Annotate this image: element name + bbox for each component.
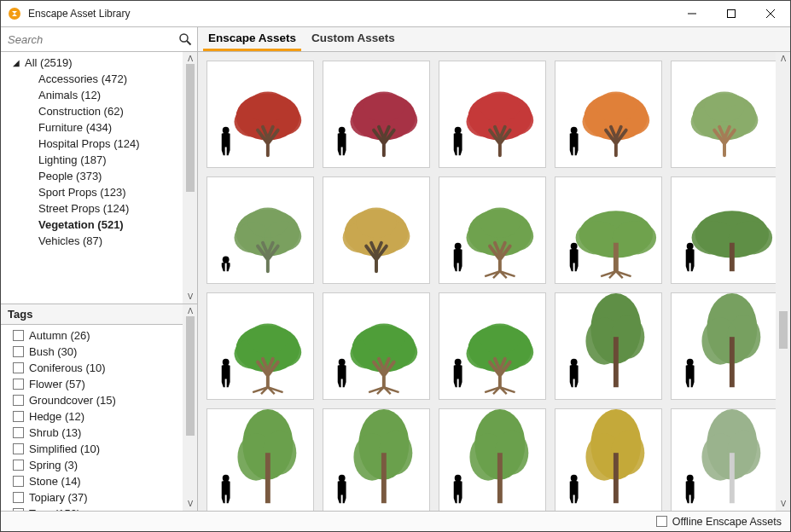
asset-tile[interactable] [555, 408, 662, 511]
category-item[interactable]: Sport Props (123) [4, 184, 197, 200]
svg-rect-53 [730, 243, 735, 271]
category-root[interactable]: ◢ All (2519) [4, 55, 197, 71]
tags-scrollbar[interactable]: ᐱ ᐯ [183, 304, 197, 511]
tag-checkbox[interactable] [13, 395, 24, 406]
tag-item[interactable]: Topiary (37) [4, 489, 197, 506]
chevron-down-icon[interactable]: ᐯ [188, 292, 193, 302]
asset-tile[interactable] [323, 176, 430, 284]
svg-point-0 [9, 8, 20, 20]
tag-label: Bush (30) [29, 345, 77, 358]
tab-custom-assets[interactable]: Custom Assets [306, 27, 400, 51]
asset-tile[interactable] [206, 176, 314, 284]
tag-label: Stone (14) [29, 475, 81, 488]
tab-enscape-assets[interactable]: Enscape Assets [203, 27, 301, 51]
chevron-down-icon[interactable]: ᐯ [188, 499, 193, 509]
content-scrollbar[interactable]: ᐱ ᐯ [776, 52, 790, 511]
asset-tile[interactable] [671, 408, 778, 511]
asset-tile[interactable] [555, 292, 662, 400]
scrollbar-thumb[interactable] [186, 316, 195, 436]
maximize-button[interactable] [712, 1, 751, 26]
tag-item[interactable]: Groundcover (15) [4, 392, 197, 408]
svg-point-94 [455, 475, 462, 482]
category-item[interactable]: Furniture (434) [4, 119, 197, 136]
category-item[interactable]: Animals (12) [4, 87, 197, 103]
tag-item[interactable]: Bush (30) [4, 344, 197, 360]
tag-checkbox[interactable] [13, 443, 24, 454]
svg-rect-83 [265, 453, 270, 503]
svg-rect-73 [614, 337, 619, 387]
tag-item[interactable]: Tree (150) [4, 506, 197, 511]
asset-tile[interactable] [671, 61, 778, 168]
tag-item[interactable]: Shrub (13) [4, 425, 197, 441]
tag-label: Spring (3) [29, 459, 78, 471]
asset-tile[interactable] [439, 408, 546, 511]
svg-point-104 [687, 475, 694, 482]
tag-checkbox[interactable] [13, 476, 24, 487]
minimize-button[interactable] [672, 1, 712, 26]
tag-checkbox[interactable] [13, 427, 24, 438]
category-item[interactable]: Hospital Props (124) [4, 136, 197, 152]
asset-tile[interactable] [671, 292, 778, 400]
tag-item[interactable]: Autumn (26) [4, 327, 197, 344]
category-item[interactable]: Street Props (124) [4, 200, 197, 217]
category-item[interactable]: People (373) [4, 168, 197, 184]
svg-point-63 [364, 323, 404, 353]
scrollbar-thumb[interactable] [186, 64, 195, 192]
tag-item[interactable]: Flower (57) [4, 376, 197, 392]
tag-checkbox[interactable] [13, 460, 24, 471]
category-item[interactable]: Accessories (472) [4, 71, 197, 87]
chevron-up-icon[interactable]: ᐱ [188, 54, 193, 64]
category-item[interactable]: Vegetation (521) [4, 217, 197, 233]
tag-label: Coniferous (10) [29, 361, 106, 374]
close-button[interactable] [751, 1, 790, 26]
search-input[interactable] [6, 32, 178, 47]
asset-tile[interactable] [439, 61, 546, 168]
svg-point-49 [571, 243, 578, 250]
chevron-up-icon[interactable]: ᐱ [781, 54, 786, 64]
category-item[interactable]: Lighting (187) [4, 152, 197, 168]
tag-item[interactable]: Stone (14) [4, 473, 197, 489]
asset-tile[interactable] [555, 176, 662, 284]
tag-label: Autumn (26) [29, 329, 90, 342]
tag-checkbox[interactable] [13, 346, 24, 357]
tag-checkbox[interactable] [13, 362, 24, 373]
tag-checkbox[interactable] [13, 379, 24, 390]
asset-tile[interactable] [555, 61, 662, 168]
categories-scrollbar[interactable]: ᐱ ᐯ [183, 52, 197, 304]
asset-tile[interactable] [206, 61, 314, 168]
svg-rect-103 [730, 453, 735, 503]
category-item[interactable]: Vehicles (87) [4, 233, 197, 249]
category-item[interactable]: Construction (62) [4, 103, 197, 119]
svg-point-10 [247, 91, 288, 121]
tag-item[interactable]: Hedge (12) [4, 408, 197, 425]
asset-tile[interactable] [323, 61, 430, 168]
tag-item[interactable]: Spring (3) [4, 457, 197, 473]
tag-checkbox[interactable] [13, 330, 24, 341]
tag-item[interactable]: Simplified (10) [4, 441, 197, 457]
asset-tile[interactable] [206, 408, 314, 511]
svg-point-16 [339, 127, 346, 134]
svg-point-54 [687, 243, 694, 250]
tag-label: Simplified (10) [29, 442, 100, 455]
tag-checkbox[interactable] [13, 508, 24, 511]
chevron-up-icon[interactable]: ᐱ [188, 306, 193, 316]
asset-tile[interactable] [439, 176, 546, 284]
svg-point-58 [247, 323, 288, 353]
asset-tile[interactable] [323, 292, 430, 400]
tag-item[interactable]: Coniferous (10) [4, 360, 197, 376]
asset-tile[interactable] [323, 408, 430, 511]
svg-rect-78 [730, 337, 735, 387]
offline-checkbox[interactable] [656, 516, 667, 527]
svg-point-20 [480, 91, 520, 121]
asset-tile[interactable] [206, 292, 314, 400]
tag-checkbox[interactable] [13, 492, 24, 503]
svg-rect-88 [381, 453, 387, 503]
chevron-down-icon[interactable]: ᐯ [781, 499, 786, 509]
svg-rect-2 [728, 10, 736, 18]
search-icon[interactable] [178, 32, 192, 46]
tag-checkbox[interactable] [13, 411, 24, 422]
asset-tile[interactable] [671, 176, 778, 284]
asset-tile[interactable] [439, 292, 546, 400]
scrollbar-thumb[interactable] [779, 311, 788, 349]
tags-panel: Tags Autumn (26)Bush (30)Coniferous (10)… [1, 304, 197, 511]
